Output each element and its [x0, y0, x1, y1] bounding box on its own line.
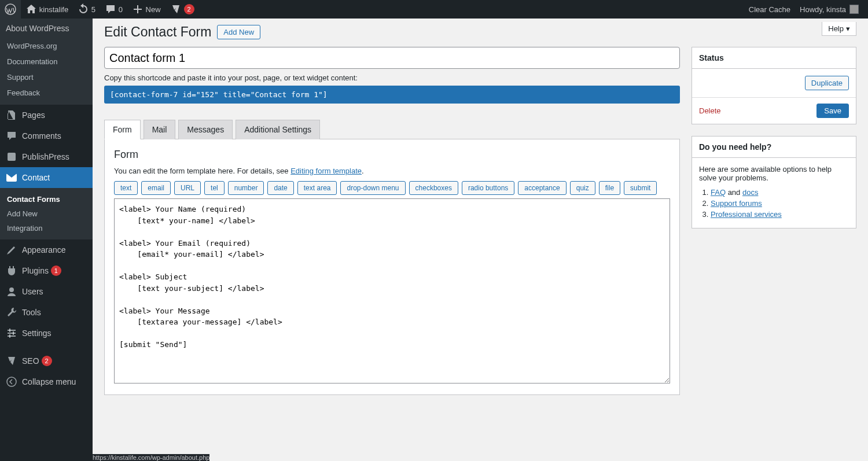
- comments-link[interactable]: 0: [100, 0, 127, 19]
- svg-point-2: [9, 287, 14, 292]
- tag-button-number[interactable]: number: [228, 181, 264, 195]
- comments-count: 0: [119, 5, 123, 14]
- tab-mail[interactable]: Mail: [144, 120, 176, 139]
- submenu-integration[interactable]: Integration: [0, 221, 93, 235]
- faq-link[interactable]: FAQ: [711, 188, 726, 197]
- sidebar-plugins[interactable]: Plugins1: [0, 260, 93, 281]
- svg-rect-5: [8, 335, 16, 337]
- updates-link[interactable]: 5: [73, 0, 100, 19]
- howdy-text: Howdy, kinsta: [800, 5, 846, 14]
- shortcode-description: Copy this shortcode and paste it into yo…: [104, 73, 680, 82]
- sidebar-contact-submenu: Contact Forms Add New Integration: [0, 188, 93, 239]
- sidebar-users[interactable]: Users: [0, 281, 93, 302]
- add-new-button[interactable]: Add New: [217, 25, 260, 39]
- site-name-text: kinstalife: [39, 5, 69, 14]
- support-forums-link[interactable]: Support forums: [711, 199, 762, 208]
- tools-icon: [6, 307, 17, 318]
- tag-button-URL[interactable]: URL: [174, 181, 201, 195]
- submenu-contact-forms[interactable]: Contact Forms: [0, 192, 93, 206]
- sidebar-settings[interactable]: Settings: [0, 323, 93, 344]
- seo-badge: 2: [42, 356, 52, 366]
- chevron-down-icon: ▾: [846, 24, 850, 33]
- tag-button-radio-buttons[interactable]: radio buttons: [462, 181, 514, 195]
- form-template-textarea[interactable]: [114, 198, 670, 383]
- sidebar-wporg[interactable]: WordPress.org: [0, 38, 93, 54]
- help-link-item: Professional services: [711, 210, 849, 219]
- help-link-item: Support forums: [711, 199, 849, 208]
- svg-rect-7: [13, 331, 14, 335]
- help-link-item: FAQ and docs: [711, 188, 849, 197]
- updates-count: 5: [91, 5, 95, 14]
- sidebar-pages[interactable]: Pages: [0, 105, 93, 126]
- clear-cache-link[interactable]: Clear Cache: [744, 0, 795, 19]
- yoast-notifications[interactable]: 2: [165, 0, 199, 19]
- collapse-icon: [6, 376, 17, 388]
- comment-icon: [105, 3, 116, 15]
- tag-button-date[interactable]: date: [267, 181, 293, 195]
- tag-button-checkboxes[interactable]: checkboxes: [409, 181, 458, 195]
- sidebar-seo[interactable]: SEO2: [0, 351, 93, 371]
- panel-heading: Form: [114, 149, 670, 161]
- appearance-icon: [6, 244, 17, 256]
- tag-button-text[interactable]: text: [114, 181, 138, 195]
- main-content: Help▾ Edit Contact Form Add New Copy thi…: [93, 19, 868, 461]
- refresh-icon: [78, 3, 89, 15]
- plugins-icon: [6, 265, 17, 276]
- svg-rect-4: [8, 333, 16, 334]
- duplicate-button[interactable]: Duplicate: [805, 76, 849, 90]
- save-button[interactable]: Save: [816, 104, 849, 118]
- home-icon: [25, 3, 37, 15]
- tag-button-email[interactable]: email: [141, 181, 171, 195]
- new-label: New: [146, 5, 161, 14]
- account-link[interactable]: Howdy, kinsta: [795, 0, 863, 19]
- tag-button-tel[interactable]: tel: [204, 181, 225, 195]
- mail-icon: [6, 172, 17, 183]
- shortcode-box[interactable]: [contact-form-7 id="152" title="Contact …: [104, 86, 680, 104]
- sidebar-comments[interactable]: Comments: [0, 126, 93, 146]
- submenu-add-new[interactable]: Add New: [0, 206, 93, 221]
- wp-logo-icon[interactable]: [0, 0, 21, 19]
- seo-icon: [6, 355, 17, 367]
- sidebar-feedback[interactable]: Feedback: [0, 85, 93, 101]
- users-icon: [6, 286, 17, 297]
- sidebar-about-wordpress[interactable]: About WordPress: [0, 19, 93, 38]
- tag-button-acceptance[interactable]: acceptance: [518, 181, 566, 195]
- help-text: Here are some available options to help …: [699, 165, 849, 182]
- svg-rect-6: [9, 329, 10, 332]
- editing-template-link[interactable]: Editing form template: [290, 167, 362, 175]
- svg-rect-3: [8, 330, 16, 331]
- tag-button-file[interactable]: file: [599, 181, 620, 195]
- sidebar-tools[interactable]: Tools: [0, 302, 93, 323]
- help-header: Do you need help?: [692, 137, 856, 158]
- admin-sidebar: About WordPress WordPress.org Documentat…: [0, 19, 93, 461]
- plugins-update-badge: 1: [51, 265, 61, 276]
- status-header: Status: [692, 47, 856, 69]
- tag-button-text-area[interactable]: text area: [297, 181, 337, 195]
- form-tabs: Form Mail Messages Additional Settings: [104, 120, 680, 139]
- sidebar-collapse[interactable]: Collapse menu: [0, 371, 93, 392]
- new-content-link[interactable]: New: [127, 0, 165, 19]
- sidebar-appearance[interactable]: Appearance: [0, 239, 93, 260]
- tag-button-submit[interactable]: submit: [624, 181, 657, 195]
- yoast-icon: [170, 3, 182, 15]
- sidebar-documentation[interactable]: Documentation: [0, 54, 93, 69]
- form-title-input[interactable]: [104, 47, 680, 69]
- svg-rect-8: [9, 334, 10, 338]
- site-name-link[interactable]: kinstalife: [21, 0, 73, 19]
- tag-button-drop-down-menu[interactable]: drop-down menu: [340, 181, 405, 195]
- professional-services-link[interactable]: Professional services: [711, 210, 782, 219]
- tab-messages[interactable]: Messages: [178, 120, 233, 139]
- tab-form[interactable]: Form: [104, 120, 141, 139]
- sidebar-contact[interactable]: Contact: [0, 167, 93, 188]
- help-tab[interactable]: Help▾: [822, 22, 856, 36]
- tab-additional-settings[interactable]: Additional Settings: [236, 120, 320, 139]
- delete-link[interactable]: Delete: [699, 106, 721, 115]
- docs-link[interactable]: docs: [742, 188, 758, 197]
- tag-button-quiz[interactable]: quiz: [570, 181, 595, 195]
- sidebar-support[interactable]: Support: [0, 69, 93, 85]
- svg-rect-1: [8, 153, 16, 161]
- publishpress-icon: [6, 151, 17, 163]
- yoast-badge: 2: [184, 4, 194, 14]
- sidebar-publishpress[interactable]: PublishPress: [0, 146, 93, 167]
- comments-icon: [6, 130, 17, 142]
